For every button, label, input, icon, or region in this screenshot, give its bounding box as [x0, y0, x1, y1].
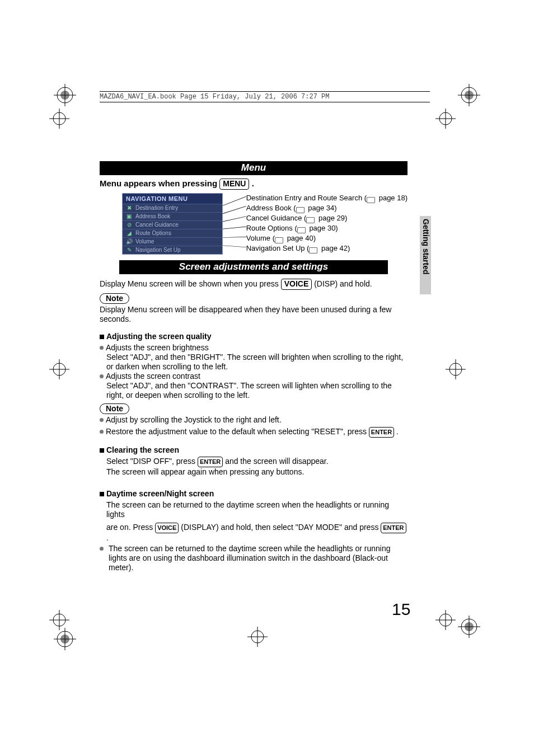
menu-subline: Menu appears when pressing MENU .: [100, 179, 407, 190]
text-line: are on. Press VOICE (DISPLAY) and hold, …: [106, 523, 407, 543]
nav-item: ✖ Destination Entry: [123, 204, 222, 212]
square-bullet-icon: [100, 335, 104, 339]
register-mark-icon: [434, 609, 457, 631]
text: and the screen will disappear.: [225, 457, 328, 466]
text-line: The screen will appear again when pressi…: [106, 467, 407, 477]
route-icon: ◢: [126, 230, 132, 236]
nav-item-label: Address Book: [135, 213, 170, 219]
svg-line-1: [223, 206, 246, 213]
text: The screen can be returned to the daytim…: [109, 544, 407, 572]
bullet-icon: [100, 374, 104, 378]
crop-mark-icon: [458, 84, 480, 106]
text-line: The screen can be returned to the daytim…: [106, 500, 407, 519]
square-bullet-icon: [100, 492, 104, 496]
callout: Address Book ( page 34): [246, 203, 407, 213]
nav-item: ▣ Address Book: [123, 212, 222, 220]
svg-line-5: [223, 246, 246, 247]
text: Clearing the screen: [106, 445, 179, 454]
text: Adjusts the screen contrast: [106, 372, 200, 381]
text: Daytime screen/Night screen: [106, 489, 214, 498]
callout: Volume ( page 40): [246, 233, 407, 243]
svg-line-4: [223, 237, 246, 237]
bullet-icon: [100, 418, 104, 422]
callout: Navigation Set Up ( page 42): [246, 243, 407, 253]
volume-icon: 🔊: [126, 238, 132, 245]
square-bullet-icon: [100, 448, 104, 453]
svg-line-2: [223, 217, 246, 222]
enter-button-label: ENTER: [369, 427, 394, 438]
callout-list: Destination Entry and Route Search ( pag…: [246, 193, 407, 255]
screen-intro: Display Menu screen will be shown when y…: [100, 279, 407, 290]
nav-item: ◢ Route Options: [123, 229, 222, 237]
page-ref-icon: [297, 226, 307, 232]
page-ref-icon: [275, 236, 285, 242]
callout: Destination Entry and Route Search ( pag…: [246, 193, 407, 203]
register-mark-icon: [434, 107, 457, 130]
text: Destination Entry and Route Search (: [246, 194, 367, 202]
bullet-detail: Select "ADJ", and then "CONTRAST". The s…: [106, 381, 407, 400]
bullet-icon: [100, 547, 104, 551]
nav-menu-screenshot: NAVIGATION MENU ✖ Destination Entry ▣ Ad…: [122, 193, 223, 255]
bullet: Adjust by scrolling the Joystick to the …: [100, 415, 407, 425]
crop-mark-icon: [458, 616, 480, 638]
text: Address Book (: [246, 204, 296, 212]
text: page 34): [306, 204, 337, 212]
note-text: Display Menu screen will be disappeared …: [100, 305, 407, 324]
bullet: Restore the adjustment value to the defa…: [100, 427, 407, 438]
nav-diagram: NAVIGATION MENU ✖ Destination Entry ▣ Ad…: [100, 193, 407, 255]
pdf-header-meta: MAZDA6_NAVI_EA.book Page 15 Friday, July…: [100, 91, 430, 102]
text: Adjusting the screen quality: [106, 332, 211, 341]
destination-icon: ✖: [126, 205, 132, 211]
bullet-icon: [100, 346, 104, 350]
nav-menu-title: NAVIGATION MENU: [123, 194, 222, 204]
nav-item: ✎ Navigation Set Up: [123, 246, 222, 254]
text: Restore the adjustment value to the defa…: [106, 427, 369, 436]
enter-button-label: ENTER: [381, 523, 406, 533]
bullet: Adjusts the screen contrast: [100, 372, 407, 381]
text: Select "DISP OFF", press: [106, 457, 198, 466]
text: Adjusts the screen brightness: [106, 343, 209, 352]
text: page 29): [316, 214, 347, 222]
text: .: [394, 427, 399, 436]
page-ref-icon: [309, 246, 319, 252]
side-tab-label: Getting started: [421, 219, 430, 275]
section-title-screen: Screen adjustments and settings: [119, 260, 388, 274]
text-line: Select "DISP OFF", press ENTER and the s…: [106, 457, 407, 467]
subsection-clearing: Clearing the screen: [100, 445, 407, 454]
crop-mark-icon: [54, 84, 76, 106]
voice-button-label: VOICE: [281, 279, 312, 290]
page-ref-icon: [306, 216, 316, 222]
page-ref-icon: [296, 206, 306, 212]
note-label: Note: [100, 293, 129, 304]
nav-item-label: Navigation Set Up: [135, 247, 181, 253]
subsection-daytime: Daytime screen/Night screen: [100, 489, 407, 498]
setup-icon: ✎: [126, 247, 132, 253]
register-mark-icon: [444, 358, 467, 381]
text: Navigation Set Up (: [246, 244, 310, 252]
text: page 18): [377, 194, 407, 202]
crop-mark-icon: [54, 628, 76, 650]
text: .: [252, 179, 254, 188]
callout: Route Options ( page 30): [246, 223, 407, 233]
nav-item: 🔊 Volume: [123, 237, 222, 246]
callout: Cancel Guidance ( page 29): [246, 213, 407, 223]
nav-item-label: Cancel Guidance: [135, 222, 179, 228]
menu-button-label: MENU: [219, 179, 249, 190]
text: Display Menu screen will be shown when y…: [100, 279, 281, 288]
text: Cancel Guidance (: [246, 214, 307, 222]
text: are on. Press: [106, 523, 155, 532]
section-title-menu: Menu: [100, 161, 407, 175]
nav-item: ⊘ Cancel Guidance: [123, 220, 222, 229]
text: Adjust by scrolling the Joystick to the …: [106, 415, 282, 424]
bullet: Adjusts the screen brightness: [100, 343, 407, 353]
enter-button-label: ENTER: [198, 457, 223, 467]
register-mark-icon: [246, 626, 269, 648]
subsection-adjusting: Adjusting the screen quality: [100, 332, 407, 341]
leader-lines: [223, 193, 246, 255]
text: (DISP) and hold.: [314, 279, 372, 288]
note-label: Note: [100, 403, 129, 414]
text: page 42): [319, 244, 350, 252]
text: Route Options (: [246, 224, 297, 232]
text: .: [106, 533, 109, 542]
cancel-icon: ⊘: [126, 222, 132, 228]
